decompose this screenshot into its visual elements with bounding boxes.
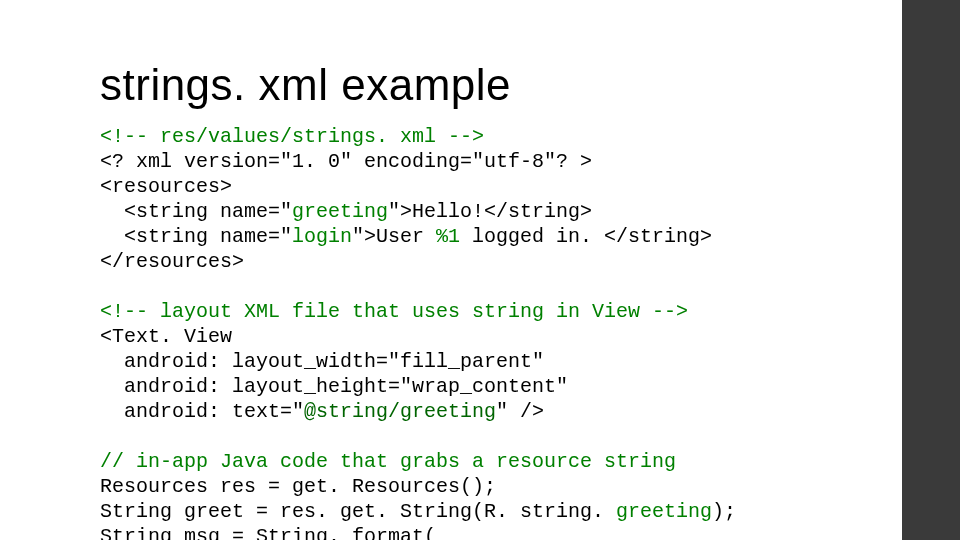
code-highlight: greeting xyxy=(616,500,712,523)
code-line: String greet = res. get. String(R. strin… xyxy=(100,500,616,523)
blank-line xyxy=(100,275,112,298)
code-line: </resources> xyxy=(100,250,244,273)
code-highlight: @string/greeting xyxy=(304,400,496,423)
slide-title: strings. xml example xyxy=(100,60,860,110)
slide: strings. xml example <!-- res/values/str… xyxy=(0,0,960,540)
code-line: ); xyxy=(712,500,736,523)
blank-line xyxy=(100,425,112,448)
code-line: ">Hello!</string> xyxy=(388,200,592,223)
code-highlight: login xyxy=(292,225,352,248)
code-line: android: layout_height="wrap_content" xyxy=(100,375,568,398)
code-comment: // in-app Java code that grabs a resourc… xyxy=(100,450,676,473)
code-line: " /> xyxy=(496,400,544,423)
code-line: <Text. View xyxy=(100,325,232,348)
code-line: android: layout_width="fill_parent" xyxy=(100,350,544,373)
code-line: <resources> xyxy=(100,175,232,198)
code-line: <string name=" xyxy=(100,225,292,248)
code-line: ">User xyxy=(352,225,436,248)
code-line: String msg = String. format( xyxy=(100,525,436,540)
code-highlight: greeting xyxy=(292,200,388,223)
code-line: <? xml version="1. 0" encoding="utf-8"? … xyxy=(100,150,592,173)
code-comment: <!-- res/values/strings. xml --> xyxy=(100,125,484,148)
code-line: logged in. </string> xyxy=(460,225,712,248)
code-line: Resources res = get. Resources(); xyxy=(100,475,496,498)
code-line: android: text=" xyxy=(100,400,304,423)
code-block: <!-- res/values/strings. xml --> <? xml … xyxy=(100,124,860,540)
right-sidebar xyxy=(902,0,960,540)
code-line: <string name=" xyxy=(100,200,292,223)
slide-content: strings. xml example <!-- res/values/str… xyxy=(100,60,860,540)
code-highlight: %1 xyxy=(436,225,460,248)
code-comment: <!-- layout XML file that uses string in… xyxy=(100,300,688,323)
